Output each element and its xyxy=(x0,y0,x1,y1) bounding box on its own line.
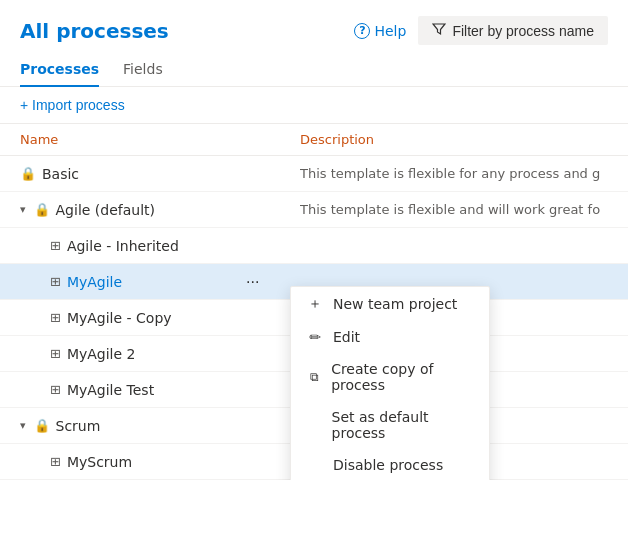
description-cell: This template is flexible and will work … xyxy=(300,202,608,217)
lock-icon: 🔒 xyxy=(34,202,50,217)
filter-label: Filter by process name xyxy=(452,23,594,39)
menu-item-set-default[interactable]: Set as default process xyxy=(291,401,489,449)
filter-icon xyxy=(432,22,446,39)
page-header: All processes ? Help Filter by process n… xyxy=(0,0,628,53)
process-name: MyAgile Test xyxy=(67,382,154,398)
process-list: 🔒 Basic This template is flexible for an… xyxy=(0,156,628,480)
process-name: Basic xyxy=(42,166,79,182)
name-cell: ⊞ MyAgile - Copy xyxy=(50,310,330,326)
name-cell: ▾ 🔒 Agile (default) xyxy=(20,202,300,218)
edit-icon: ✏ xyxy=(307,329,323,345)
table-header: Name Description xyxy=(0,124,628,156)
process-name: Agile - Inherited xyxy=(67,238,179,254)
menu-item-create-copy[interactable]: ⧉ Create copy of process xyxy=(291,353,489,401)
inherit-icon: ⊞ xyxy=(50,238,61,253)
process-name-link[interactable]: MyAgile xyxy=(67,274,122,290)
import-bar: + Import process xyxy=(0,87,628,124)
lock-icon: 🔒 xyxy=(20,166,36,181)
process-name: Scrum xyxy=(56,418,101,434)
chevron-down-icon[interactable]: ▾ xyxy=(20,419,26,432)
inherit-icon: ⊞ xyxy=(50,346,61,361)
import-process-button[interactable]: + Import process xyxy=(20,97,125,113)
copy-icon: ⧉ xyxy=(307,370,321,384)
col-description-header: Description xyxy=(300,132,608,147)
context-menu: ＋ New team project ✏ Edit ⧉ Create copy … xyxy=(290,286,490,480)
col-name-header: Name xyxy=(20,132,300,147)
name-cell: ▾ 🔒 Scrum xyxy=(20,418,300,434)
menu-label: Edit xyxy=(333,329,360,345)
inherit-icon: ⊞ xyxy=(50,310,61,325)
table-row: 🔒 Basic This template is flexible for an… xyxy=(0,156,628,192)
name-cell: ⊞ MyScrum xyxy=(50,454,330,470)
tab-bar: Processes Fields xyxy=(0,53,628,87)
menu-item-new-team-project[interactable]: ＋ New team project xyxy=(291,287,489,321)
process-name: MyAgile 2 xyxy=(67,346,136,362)
process-name: Agile (default) xyxy=(56,202,156,218)
menu-label: Set as default process xyxy=(332,409,473,441)
name-cell: ⊞ MyAgile 2 xyxy=(50,346,330,362)
process-name: MyScrum xyxy=(67,454,132,470)
table-row: ⊞ Agile - Inherited xyxy=(0,228,628,264)
help-icon: ? xyxy=(354,23,370,39)
inherit-icon: ⊞ xyxy=(50,382,61,397)
page-title: All processes xyxy=(20,19,169,43)
process-name: MyAgile - Copy xyxy=(67,310,172,326)
menu-item-edit[interactable]: ✏ Edit xyxy=(291,321,489,353)
menu-item-disable[interactable]: Disable process xyxy=(291,449,489,480)
help-link[interactable]: ? Help xyxy=(354,23,406,39)
header-actions: ? Help Filter by process name xyxy=(354,16,608,45)
tab-fields[interactable]: Fields xyxy=(123,53,163,87)
name-cell: ⊞ Agile - Inherited xyxy=(50,238,330,254)
menu-label: New team project xyxy=(333,296,457,312)
chevron-down-icon[interactable]: ▾ xyxy=(20,203,26,216)
description-cell: This template is flexible for any proces… xyxy=(300,166,608,181)
help-label: Help xyxy=(374,23,406,39)
lock-icon: 🔒 xyxy=(34,418,50,433)
name-cell: ⊞ MyAgile Test xyxy=(50,382,330,398)
menu-label: Disable process xyxy=(333,457,443,473)
inherit-icon: ⊞ xyxy=(50,274,61,289)
tab-processes[interactable]: Processes xyxy=(20,53,99,87)
filter-button[interactable]: Filter by process name xyxy=(418,16,608,45)
table-row: ▾ 🔒 Agile (default) This template is fle… xyxy=(0,192,628,228)
name-cell: 🔒 Basic xyxy=(20,166,300,182)
inherit-icon: ⊞ xyxy=(50,454,61,469)
plus-icon: ＋ xyxy=(307,295,323,313)
menu-label: Create copy of process xyxy=(331,361,473,393)
